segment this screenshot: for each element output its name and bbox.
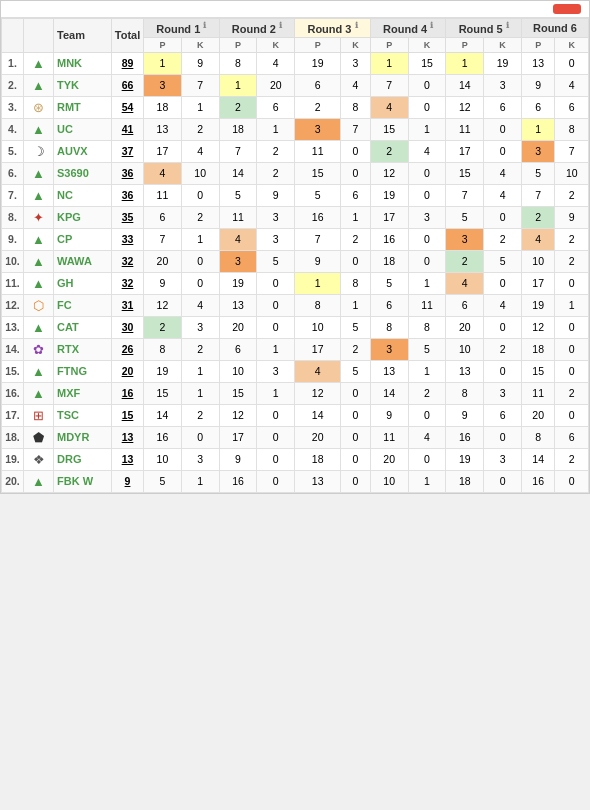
r1p-cell: 16	[144, 426, 182, 448]
total-cell: 30	[112, 316, 144, 338]
r1k-cell: 3	[181, 316, 219, 338]
total-cell: 33	[112, 228, 144, 250]
r4k-cell: 0	[408, 74, 446, 96]
r3p-cell: 3	[295, 118, 341, 140]
r4k-cell: 0	[408, 228, 446, 250]
r2k-cell: 0	[257, 448, 295, 470]
r5p-cell: 2	[446, 250, 484, 272]
table-row: 8.✦KPG35621131611735029	[2, 206, 589, 228]
points-button[interactable]	[553, 4, 581, 14]
r3p-cell: 15	[295, 162, 341, 184]
team-name-cell: CP	[54, 228, 112, 250]
r1k-cell: 1	[181, 96, 219, 118]
r5k-cell: 6	[484, 96, 522, 118]
team-name-cell: RMT	[54, 96, 112, 118]
r2k-cell: 1	[257, 338, 295, 360]
r3p-cell: 16	[295, 206, 341, 228]
r1k-cell: 1	[181, 470, 219, 492]
logo-cell: ❖	[24, 448, 54, 470]
r5k-cell: 4	[484, 184, 522, 206]
r4k-cell: 1	[408, 470, 446, 492]
logo-cell: ▲	[24, 316, 54, 338]
r4k-cell: 8	[408, 316, 446, 338]
r3p-cell: 1	[295, 272, 341, 294]
logo-cell: ▲	[24, 360, 54, 382]
r4p-cell: 15	[370, 118, 408, 140]
team-name-cell: MDYR	[54, 426, 112, 448]
r1p-cell: 7	[144, 228, 182, 250]
table-row: 4.▲UC411321813715111018	[2, 118, 589, 140]
r3p-cell: 2	[295, 96, 341, 118]
r4k-cell: 0	[408, 184, 446, 206]
team-name-cell: NC	[54, 184, 112, 206]
r1k-cell: 0	[181, 184, 219, 206]
r6p-cell: 9	[521, 74, 554, 96]
team-name-cell: RTX	[54, 338, 112, 360]
r1p-cell: 1	[144, 52, 182, 74]
r2p-cell: 18	[219, 118, 257, 140]
r5p-header: P	[446, 37, 484, 52]
total-cell: 66	[112, 74, 144, 96]
r4k-cell: 4	[408, 140, 446, 162]
total-cell: 26	[112, 338, 144, 360]
r3k-cell: 0	[341, 382, 371, 404]
team-header: Team	[54, 19, 112, 53]
team-name-cell: MNK	[54, 52, 112, 74]
r2k-cell: 6	[257, 96, 295, 118]
r2p-cell: 14	[219, 162, 257, 184]
r4p-cell: 9	[370, 404, 408, 426]
r2p-cell: 6	[219, 338, 257, 360]
r6k-cell: 9	[555, 206, 589, 228]
r3k-cell: 3	[341, 52, 371, 74]
r1k-header: K	[181, 37, 219, 52]
standings-table: Team Total Round 1 ℹ Round 2 ℹ Round 3 ℹ…	[1, 18, 589, 493]
table-row: 20.▲FBK W951160130101180160	[2, 470, 589, 492]
r2k-cell: 3	[257, 360, 295, 382]
rank-cell: 6.	[2, 162, 24, 184]
r6p-cell: 16	[521, 470, 554, 492]
r2k-cell: 20	[257, 74, 295, 96]
team-name-cell: CAT	[54, 316, 112, 338]
r4k-cell: 4	[408, 426, 446, 448]
r4p-cell: 10	[370, 470, 408, 492]
total-cell: 54	[112, 96, 144, 118]
round4-header: Round 4 ℹ	[370, 19, 446, 38]
r6k-cell: 6	[555, 426, 589, 448]
r2k-cell: 5	[257, 250, 295, 272]
r2p-cell: 17	[219, 426, 257, 448]
r1p-cell: 20	[144, 250, 182, 272]
total-cell: 32	[112, 272, 144, 294]
r1k-cell: 2	[181, 404, 219, 426]
r4k-cell: 0	[408, 96, 446, 118]
table-row: 11.▲GH3290190185140170	[2, 272, 589, 294]
logo-cell: ⬟	[24, 426, 54, 448]
total-cell: 13	[112, 426, 144, 448]
r2p-cell: 4	[219, 228, 257, 250]
r1k-cell: 0	[181, 250, 219, 272]
rank-cell: 9.	[2, 228, 24, 250]
r1p-cell: 17	[144, 140, 182, 162]
r4p-cell: 16	[370, 228, 408, 250]
team-name-cell: KPG	[54, 206, 112, 228]
r2p-cell: 12	[219, 404, 257, 426]
team-name-cell: DRG	[54, 448, 112, 470]
r3p-cell: 4	[295, 360, 341, 382]
r2p-cell: 19	[219, 272, 257, 294]
r4p-cell: 14	[370, 382, 408, 404]
r6k-cell: 8	[555, 118, 589, 140]
rank-cell: 10.	[2, 250, 24, 272]
r5p-cell: 19	[446, 448, 484, 470]
r6k-cell: 0	[555, 404, 589, 426]
r3k-cell: 0	[341, 162, 371, 184]
rank-cell: 5.	[2, 140, 24, 162]
r6k-cell: 1	[555, 294, 589, 316]
r5k-cell: 0	[484, 316, 522, 338]
total-cell: 35	[112, 206, 144, 228]
r2k-cell: 0	[257, 294, 295, 316]
logo-cell: ▲	[24, 184, 54, 206]
r6p-cell: 12	[521, 316, 554, 338]
r3p-cell: 17	[295, 338, 341, 360]
r2p-cell: 3	[219, 250, 257, 272]
r6p-cell: 19	[521, 294, 554, 316]
r6k-cell: 0	[555, 470, 589, 492]
